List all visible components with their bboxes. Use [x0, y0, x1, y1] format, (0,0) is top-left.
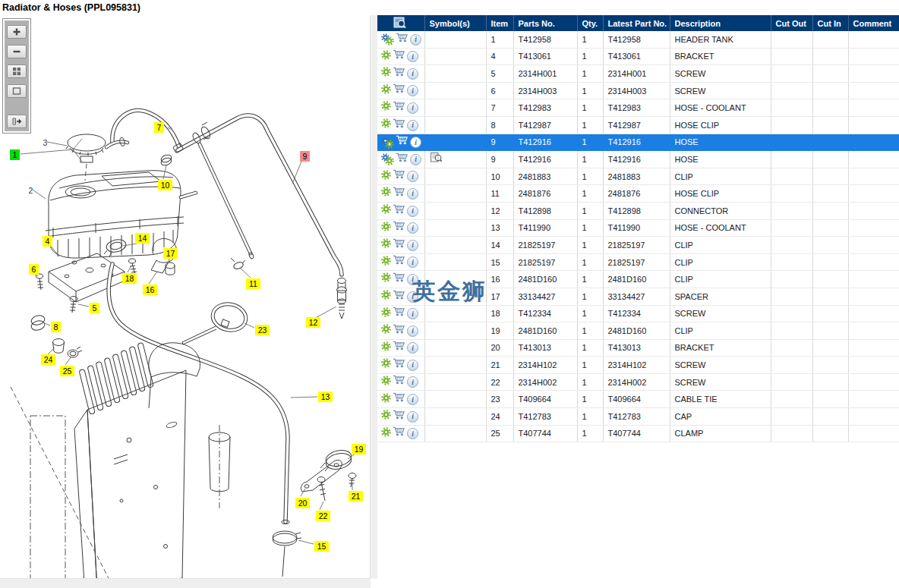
- callout-23[interactable]: 23: [255, 325, 270, 335]
- column-header-icons[interactable]: [377, 15, 424, 31]
- column-header-cut-in[interactable]: Cut In: [812, 15, 848, 31]
- gear-icon[interactable]: [381, 341, 391, 356]
- cart-icon[interactable]: [393, 391, 405, 407]
- cart-icon[interactable]: [393, 374, 405, 390]
- cart-icon[interactable]: [393, 83, 405, 99]
- cart-icon[interactable]: [393, 203, 405, 219]
- callout-15[interactable]: 15: [314, 541, 329, 552]
- table-row[interactable]: i52314H00112314H001SCREW: [377, 65, 899, 83]
- gear-icon[interactable]: [381, 307, 391, 322]
- info-icon[interactable]: i: [407, 308, 418, 319]
- gears-icon[interactable]: [381, 137, 394, 149]
- cart-icon[interactable]: [393, 220, 405, 236]
- info-icon[interactable]: i: [407, 394, 418, 405]
- table-row[interactable]: i20T4130131T413013BRACKET: [377, 339, 899, 357]
- info-icon[interactable]: i: [407, 102, 418, 114]
- column-header-symbol-s-[interactable]: Symbol(s): [424, 15, 486, 31]
- gear-icon[interactable]: [381, 186, 391, 201]
- column-header-item[interactable]: Item: [486, 15, 513, 31]
- table-row[interactable]: i1T4129581T412958HEADER TANK: [377, 31, 899, 48]
- column-header-cut-out[interactable]: Cut Out: [771, 15, 812, 31]
- diagram-hscrollbar[interactable]: [0, 578, 371, 588]
- gear-icon[interactable]: [381, 118, 391, 133]
- callout-2[interactable]: 2: [29, 186, 33, 195]
- table-row[interactable]: i24T4127831T412783CAP: [377, 408, 899, 426]
- callout-3[interactable]: 3: [43, 138, 48, 147]
- table-row[interactable]: i62314H00312314H003SCREW: [377, 82, 899, 99]
- table-row[interactable]: i12T4128981T412898CONNECTOR: [377, 202, 899, 219]
- table-row[interactable]: i9T4129161T412916HOSE: [377, 134, 899, 151]
- zoom-in-button[interactable]: [7, 25, 27, 39]
- callout-16[interactable]: 16: [143, 285, 157, 295]
- cart-icon[interactable]: [396, 134, 408, 150]
- table-row[interactable]: i212314H10212314H102SCREW: [377, 357, 899, 374]
- callout-24[interactable]: 24: [41, 354, 55, 365]
- gear-icon[interactable]: [381, 237, 391, 253]
- table-row[interactable]: i4T4130611T413061BRACKET: [377, 48, 899, 65]
- table-row[interactable]: i25T4077441T407744CLAMP: [377, 425, 899, 442]
- gear-icon[interactable]: [381, 272, 391, 287]
- gear-icon[interactable]: [381, 289, 391, 304]
- info-icon[interactable]: i: [407, 51, 418, 62]
- gear-icon[interactable]: [381, 203, 391, 219]
- gear-icon[interactable]: [381, 392, 391, 407]
- table-row[interactable]: i1421825197121825197CLIP: [377, 237, 899, 254]
- callout-8[interactable]: 8: [51, 322, 61, 332]
- callout-19[interactable]: 19: [352, 444, 366, 454]
- info-icon[interactable]: i: [407, 411, 418, 423]
- table-row[interactable]: i7T4129831T412983HOSE - COOLANT: [377, 99, 899, 117]
- callout-9[interactable]: 9: [300, 151, 310, 162]
- column-header-description[interactable]: Description: [670, 15, 771, 31]
- cart-icon[interactable]: [393, 409, 405, 425]
- tile-view-button[interactable]: [7, 64, 27, 78]
- cart-icon[interactable]: [393, 340, 405, 356]
- gear-icon[interactable]: [381, 375, 391, 390]
- cart-icon[interactable]: [393, 323, 405, 339]
- gear-icon[interactable]: [381, 83, 391, 99]
- gear-icon[interactable]: [381, 49, 391, 64]
- cart-icon[interactable]: [393, 237, 405, 253]
- info-icon[interactable]: i: [407, 222, 418, 234]
- info-icon[interactable]: i: [407, 120, 418, 131]
- cart-icon[interactable]: [393, 357, 405, 373]
- fit-view-button[interactable]: [7, 84, 27, 98]
- diagram-canvas[interactable]: 7319210414176181611581223242513192021221…: [0, 15, 370, 579]
- table-row[interactable]: i23T4096641T409664CABLE TIE: [377, 391, 899, 408]
- column-header-parts-no-[interactable]: Parts No.: [513, 15, 577, 31]
- cart-icon[interactable]: [393, 272, 405, 288]
- zoom-out-button[interactable]: [7, 45, 27, 58]
- info-icon[interactable]: i: [407, 428, 418, 439]
- cart-icon[interactable]: [393, 186, 405, 202]
- callout-14[interactable]: 14: [135, 233, 150, 244]
- table-row[interactable]: i162481D16012481D160CLIP: [377, 271, 899, 288]
- callout-11[interactable]: 11: [246, 278, 260, 289]
- cart-icon[interactable]: [393, 254, 405, 270]
- callout-21[interactable]: 21: [349, 491, 363, 502]
- gear-icon[interactable]: [381, 66, 391, 81]
- callout-22[interactable]: 22: [316, 511, 330, 521]
- gear-icon[interactable]: [381, 357, 391, 373]
- table-row[interactable]: i222314H00212314H002SCREW: [377, 373, 899, 391]
- info-icon[interactable]: i: [407, 342, 418, 354]
- diagram-vscrollbar[interactable]: [370, 15, 377, 579]
- info-icon[interactable]: i: [410, 154, 421, 165]
- callout-12[interactable]: 12: [306, 317, 320, 328]
- gears-icon[interactable]: [381, 33, 394, 46]
- cart-icon[interactable]: [393, 168, 405, 184]
- gear-icon[interactable]: [381, 100, 391, 115]
- column-header-comment[interactable]: Comment: [848, 15, 899, 31]
- callout-13[interactable]: 13: [318, 391, 333, 402]
- cart-icon[interactable]: [393, 426, 405, 442]
- table-row[interactable]: i8T4129871T412987HOSE CLIP: [377, 116, 899, 134]
- gear-icon[interactable]: [381, 426, 391, 442]
- info-icon[interactable]: i: [407, 360, 418, 371]
- table-row[interactable]: i10248188312481883CLIP: [377, 168, 899, 185]
- gear-icon[interactable]: [381, 221, 391, 236]
- table-row[interactable]: i11248187612481876HOSE CLIP: [377, 185, 899, 203]
- table-row[interactable]: i1521825197121825197CLIP: [377, 253, 899, 271]
- table-row[interactable]: i9T4129161T412916HOSE: [377, 151, 899, 168]
- info-icon[interactable]: i: [407, 206, 418, 217]
- gears-icon[interactable]: [381, 153, 394, 165]
- cart-icon[interactable]: [393, 100, 405, 116]
- info-icon[interactable]: i: [407, 376, 418, 388]
